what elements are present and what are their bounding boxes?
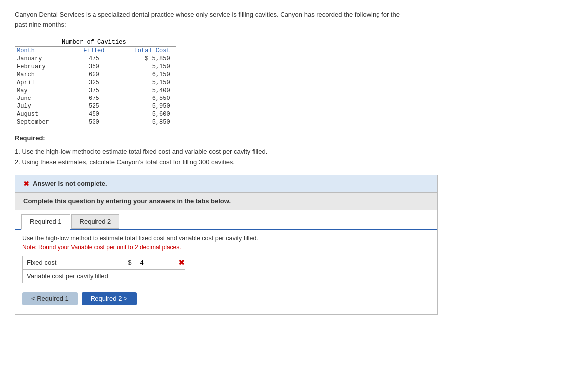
variable-cost-input[interactable] <box>137 270 177 283</box>
variable-cost-dollar <box>122 269 137 283</box>
cost-may: 5,400 <box>132 87 176 95</box>
filled-jul: 525 <box>60 102 132 110</box>
tab-required-2[interactable]: Required 2 <box>71 214 120 229</box>
complete-banner: Complete this question by entering your … <box>15 193 437 210</box>
nav-buttons: < Required 1 Required 2 > <box>22 290 430 309</box>
answer-box: ✖ Answer is not complete. Complete this … <box>15 175 438 315</box>
month-jan: January <box>15 55 60 63</box>
error-icon: ✖ <box>23 179 30 188</box>
cost-jun: 6,550 <box>132 95 176 102</box>
filled-jun: 675 <box>60 95 132 102</box>
tab-description: Use the high-low method to estimate tota… <box>22 235 430 242</box>
filled-mar: 600 <box>60 71 132 79</box>
cost-mar: 6,150 <box>132 71 176 79</box>
requirement-1: 1. Use the high-low method to estimate t… <box>15 147 553 157</box>
col-filled-subheader: Filled <box>60 47 132 55</box>
filled-jan: 475 <box>60 55 132 63</box>
intro-paragraph: Canyon Dental Services is a specialized … <box>15 10 553 29</box>
cost-apr: 5,150 <box>132 79 176 87</box>
col-cost-subheader: Total Cost <box>132 47 176 55</box>
month-may: May <box>15 87 60 95</box>
cost-jan: $ 5,850 <box>132 55 176 63</box>
answer-header: ✖ Answer is not complete. <box>15 175 437 193</box>
cost-jul: 5,950 <box>132 102 176 110</box>
fixed-cost-error-icon: ✖ <box>178 258 185 267</box>
month-sep: September <box>15 118 60 126</box>
requirement-2: 2. Using these estimates, calculate Cany… <box>15 157 553 168</box>
required-label: Required: <box>15 134 553 142</box>
month-jul: July <box>15 102 60 110</box>
tab-1-content: Use the high-low method to estimate tota… <box>15 230 437 314</box>
prev-button[interactable]: < Required 1 <box>22 292 78 305</box>
fixed-cost-label: Fixed cost <box>23 256 122 269</box>
filled-sep: 500 <box>60 118 132 126</box>
requirements: 1. Use the high-low method to estimate t… <box>15 147 553 168</box>
col-month-header <box>15 38 60 47</box>
filled-aug: 450 <box>60 110 132 118</box>
month-apr: April <box>15 79 60 87</box>
variable-cost-label: Variable cost per cavity filled <box>23 269 122 283</box>
col-month-subheader: Month <box>15 47 60 55</box>
fixed-cost-dollar: $ <box>122 256 137 269</box>
fixed-cost-input[interactable] <box>137 256 177 269</box>
cost-aug: 5,600 <box>132 110 176 118</box>
filled-apr: 325 <box>60 79 132 87</box>
tabs-row: Required 1 Required 2 <box>15 210 437 230</box>
tab-required-1[interactable]: Required 1 <box>21 214 70 230</box>
table-row: Variable cost per cavity filled <box>23 269 185 283</box>
data-table: Number of Cavities Month Filled Total Co… <box>15 38 176 126</box>
filled-feb: 350 <box>60 63 132 71</box>
col-cavities-group-header: Number of Cavities <box>60 38 132 47</box>
next-button[interactable]: Required 2 > <box>82 292 137 305</box>
tab-note: Note: Round your Variable cost per unit … <box>22 244 430 251</box>
month-aug: August <box>15 110 60 118</box>
month-jun: June <box>15 95 60 102</box>
input-table: Fixed cost $ ✖ Variable cost per cavity … <box>22 256 185 283</box>
cost-feb: 5,150 <box>132 63 176 71</box>
variable-cost-input-cell <box>137 269 185 283</box>
fixed-cost-input-wrapper: ✖ <box>137 256 185 269</box>
fixed-cost-input-cell: ✖ <box>137 256 185 269</box>
cost-sep: 5,850 <box>132 118 176 126</box>
col-cost-header <box>132 38 176 47</box>
table-row: Fixed cost $ ✖ <box>23 256 185 269</box>
month-mar: March <box>15 71 60 79</box>
month-feb: February <box>15 63 60 71</box>
answer-not-complete-text: Answer is not complete. <box>33 180 107 187</box>
filled-may: 375 <box>60 87 132 95</box>
